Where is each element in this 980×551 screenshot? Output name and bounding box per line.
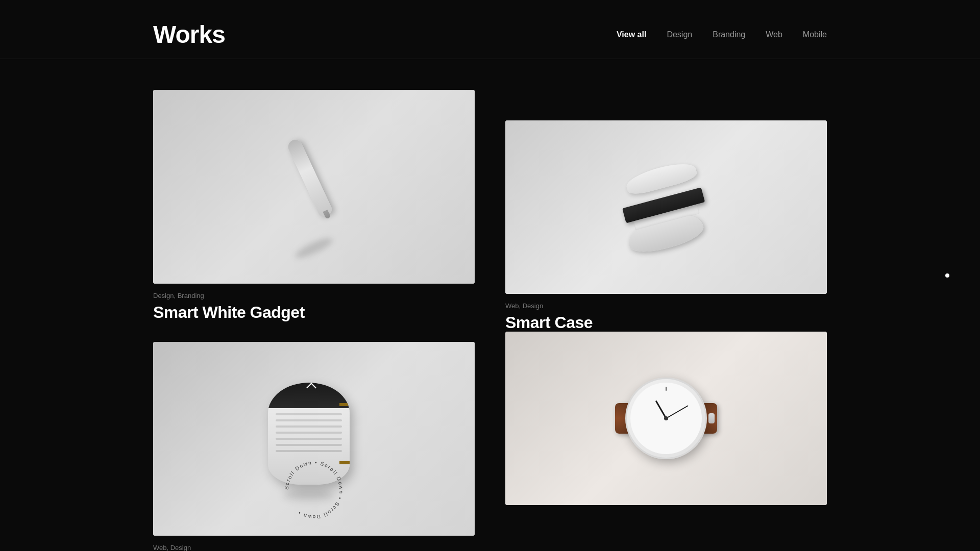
page-title: Works: [153, 20, 225, 48]
project-info-case: Web, Design Smart Case: [505, 294, 827, 332]
project-watch[interactable]: [505, 332, 827, 505]
project-smart-case[interactable]: Web, Design Smart Case: [505, 120, 827, 332]
gadget-scene: [153, 90, 475, 284]
project-tags-case: Web, Design: [505, 302, 827, 310]
header: Works View all Design Branding Web Mobil…: [0, 0, 980, 59]
sensor-scene: Scroll Down • Scroll Down • Scroll Down …: [153, 342, 475, 536]
watch-face: [630, 383, 702, 454]
watch-object: [615, 403, 717, 434]
watch-crown: [708, 413, 715, 423]
grill-line-6: [276, 444, 342, 446]
project-image-eco: Scroll Down • Scroll Down • Scroll Down …: [153, 342, 475, 536]
watch-minute-hand: [666, 405, 689, 419]
nav-mobile[interactable]: Mobile: [803, 30, 827, 39]
scroll-up-button[interactable]: [304, 380, 319, 395]
scroll-position-dot: [945, 273, 949, 278]
project-eco-sensors[interactable]: Scroll Down • Scroll Down • Scroll Down …: [153, 342, 475, 551]
main-nav: View all Design Branding Web Mobile: [617, 30, 827, 39]
project-image-case: [505, 120, 827, 294]
project-tags-gadget: Design, Branding: [153, 292, 475, 299]
nav-web[interactable]: Web: [766, 30, 782, 39]
project-image-smart-gadget: [153, 90, 475, 284]
project-info-gadget: Design, Branding Smart White Gadget: [153, 284, 475, 321]
scroll-circle-container: Scroll Down • Scroll Down • Scroll Down …: [278, 454, 350, 525]
gadget-illustration: [153, 90, 475, 284]
grill-line-1: [276, 413, 342, 415]
project-tags-eco: Web, Design: [153, 544, 475, 551]
watch-case: [625, 378, 707, 459]
grill-line-7: [276, 450, 342, 452]
case-object: [615, 156, 717, 258]
grill-line-2: [276, 419, 342, 421]
purifier-grill: [276, 413, 342, 452]
watch-center: [664, 416, 668, 420]
nav-view-all[interactable]: View all: [617, 30, 646, 39]
grill-line-3: [276, 425, 342, 428]
project-info-eco: Web, Design Eco Sensors: [153, 536, 475, 551]
eco-illustration: Scroll Down • Scroll Down • Scroll Down …: [153, 342, 475, 536]
project-image-watch: [505, 332, 827, 505]
chevron-up-icon: [306, 383, 316, 393]
watch-scene: [505, 332, 827, 505]
grill-line-4: [276, 432, 342, 434]
project-name-case: Smart Case: [505, 314, 827, 332]
pen-object: [286, 137, 333, 217]
nav-design[interactable]: Design: [667, 30, 692, 39]
case-scene: [505, 120, 827, 294]
right-column: Web, Design Smart Case: [505, 90, 827, 551]
projects-grid: Design, Branding Smart White Gadget: [0, 59, 980, 551]
case-illustration: [505, 120, 827, 294]
watch-illustration: [505, 332, 827, 505]
scroll-indicator: [945, 273, 949, 278]
project-smart-white-gadget[interactable]: Design, Branding Smart White Gadget: [153, 90, 475, 321]
pen-shadow: [293, 235, 335, 261]
svg-text:Scroll Down • Scroll Down • Sc: Scroll Down • Scroll Down • Scroll Down …: [284, 460, 344, 520]
scroll-text-svg: Scroll Down • Scroll Down • Scroll Down …: [278, 454, 350, 525]
project-name-gadget: Smart White Gadget: [153, 304, 475, 321]
left-column: Design, Branding Smart White Gadget: [153, 90, 475, 551]
grill-line-5: [276, 438, 342, 440]
watch-tick-top: [666, 387, 667, 391]
nav-branding[interactable]: Branding: [713, 30, 745, 39]
